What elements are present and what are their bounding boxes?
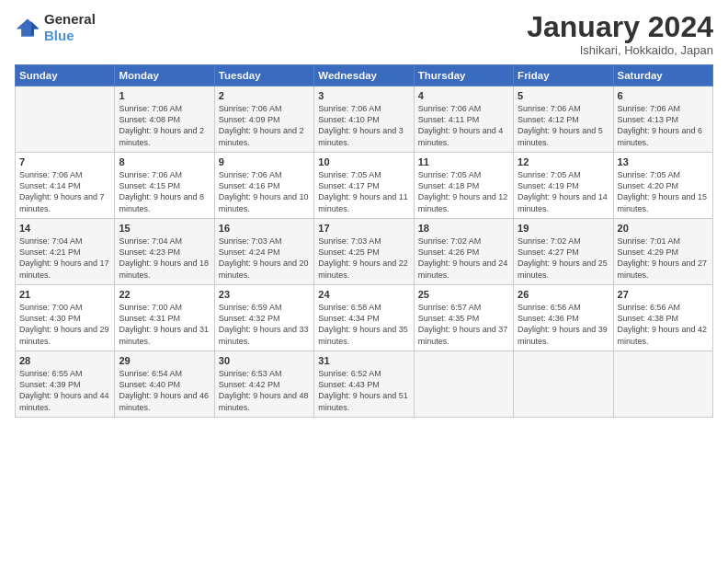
day-info: Sunrise: 7:04 AMSunset: 4:21 PMDaylight:…	[19, 236, 110, 281]
week-row-5: 28 Sunrise: 6:55 AMSunset: 4:39 PMDaylig…	[16, 351, 713, 418]
calendar-cell-w3-d2: 15 Sunrise: 7:04 AMSunset: 4:23 PMDaylig…	[115, 219, 214, 285]
logo-text: General Blue	[44, 11, 96, 44]
day-info: Sunrise: 6:56 AMSunset: 4:38 PMDaylight:…	[618, 302, 709, 347]
calendar-cell-w5-d3: 30 Sunrise: 6:53 AMSunset: 4:42 PMDaylig…	[214, 351, 313, 418]
day-info: Sunrise: 7:00 AMSunset: 4:30 PMDaylight:…	[19, 302, 110, 347]
day-info: Sunrise: 7:06 AMSunset: 4:13 PMDaylight:…	[618, 103, 709, 148]
svg-marker-1	[31, 21, 39, 35]
day-info: Sunrise: 7:06 AMSunset: 4:10 PMDaylight:…	[318, 103, 409, 148]
day-number: 10	[318, 156, 409, 167]
calendar-cell-w2-d2: 8 Sunrise: 7:06 AMSunset: 4:15 PMDayligh…	[115, 153, 214, 219]
day-info: Sunrise: 7:02 AMSunset: 4:26 PMDaylight:…	[418, 236, 509, 281]
day-number: 16	[219, 223, 310, 234]
page-container: General Blue January 2024 Ishikari, Hokk…	[0, 0, 728, 427]
day-info: Sunrise: 7:06 AMSunset: 4:15 PMDaylight:…	[119, 169, 210, 214]
calendar-header-row: Sunday Monday Tuesday Wednesday Thursday…	[16, 65, 713, 86]
day-number: 11	[418, 156, 509, 167]
day-info: Sunrise: 6:56 AMSunset: 4:36 PMDaylight:…	[518, 302, 609, 347]
calendar-cell-w2-d1: 7 Sunrise: 7:06 AMSunset: 4:14 PMDayligh…	[16, 153, 115, 219]
day-info: Sunrise: 6:59 AMSunset: 4:32 PMDaylight:…	[219, 302, 310, 347]
calendar-cell-w4-d6: 26 Sunrise: 6:56 AMSunset: 4:36 PMDaylig…	[514, 285, 613, 351]
calendar-cell-w5-d5	[414, 351, 513, 418]
calendar-cell-w4-d7: 27 Sunrise: 6:56 AMSunset: 4:38 PMDaylig…	[613, 285, 712, 351]
day-number: 9	[219, 156, 310, 167]
day-number: 18	[418, 223, 509, 234]
day-number: 6	[618, 90, 709, 101]
header-thursday: Thursday	[414, 65, 513, 86]
calendar-cell-w5-d7	[613, 351, 712, 418]
day-info: Sunrise: 7:03 AMSunset: 4:24 PMDaylight:…	[219, 236, 310, 281]
calendar-cell-w1-d5: 4 Sunrise: 7:06 AMSunset: 4:11 PMDayligh…	[414, 86, 513, 153]
day-info: Sunrise: 6:58 AMSunset: 4:34 PMDaylight:…	[318, 302, 409, 347]
header-sunday: Sunday	[16, 65, 115, 86]
day-number: 23	[219, 289, 310, 300]
calendar-cell-w4-d5: 25 Sunrise: 6:57 AMSunset: 4:35 PMDaylig…	[414, 285, 513, 351]
day-info: Sunrise: 7:05 AMSunset: 4:18 PMDaylight:…	[418, 169, 509, 214]
calendar-cell-w5-d1: 28 Sunrise: 6:55 AMSunset: 4:39 PMDaylig…	[16, 351, 115, 418]
day-number: 15	[119, 223, 210, 234]
location-subtitle: Ishikari, Hokkaido, Japan	[527, 43, 713, 57]
calendar-cell-w4-d3: 23 Sunrise: 6:59 AMSunset: 4:32 PMDaylig…	[214, 285, 313, 351]
calendar-cell-w2-d6: 12 Sunrise: 7:05 AMSunset: 4:19 PMDaylig…	[514, 153, 613, 219]
day-info: Sunrise: 6:53 AMSunset: 4:42 PMDaylight:…	[219, 368, 310, 413]
logo-blue: Blue	[44, 28, 74, 43]
calendar-cell-w5-d6	[514, 351, 613, 418]
calendar-cell-w5-d4: 31 Sunrise: 6:52 AMSunset: 4:43 PMDaylig…	[314, 351, 414, 418]
day-info: Sunrise: 6:54 AMSunset: 4:40 PMDaylight:…	[119, 368, 210, 413]
day-number: 1	[119, 90, 210, 101]
day-info: Sunrise: 7:05 AMSunset: 4:19 PMDaylight:…	[518, 169, 609, 214]
calendar-table: Sunday Monday Tuesday Wednesday Thursday…	[15, 64, 713, 418]
day-info: Sunrise: 7:04 AMSunset: 4:23 PMDaylight:…	[119, 236, 210, 281]
calendar-cell-w3-d6: 19 Sunrise: 7:02 AMSunset: 4:27 PMDaylig…	[514, 219, 613, 285]
calendar-cell-w1-d4: 3 Sunrise: 7:06 AMSunset: 4:10 PMDayligh…	[314, 86, 414, 153]
header-wednesday: Wednesday	[314, 65, 414, 86]
week-row-3: 14 Sunrise: 7:04 AMSunset: 4:21 PMDaylig…	[16, 219, 713, 285]
week-row-4: 21 Sunrise: 7:00 AMSunset: 4:30 PMDaylig…	[16, 285, 713, 351]
day-info: Sunrise: 6:52 AMSunset: 4:43 PMDaylight:…	[318, 368, 409, 413]
calendar-cell-w1-d6: 5 Sunrise: 7:06 AMSunset: 4:12 PMDayligh…	[514, 86, 613, 153]
week-row-2: 7 Sunrise: 7:06 AMSunset: 4:14 PMDayligh…	[16, 153, 713, 219]
month-title: January 2024	[527, 11, 713, 43]
day-info: Sunrise: 7:03 AMSunset: 4:25 PMDaylight:…	[318, 236, 409, 281]
calendar-cell-w3-d4: 17 Sunrise: 7:03 AMSunset: 4:25 PMDaylig…	[314, 219, 414, 285]
day-info: Sunrise: 7:06 AMSunset: 4:14 PMDaylight:…	[19, 169, 110, 214]
day-number: 22	[119, 289, 210, 300]
day-number: 27	[618, 289, 709, 300]
day-number: 28	[19, 355, 110, 366]
day-info: Sunrise: 7:06 AMSunset: 4:09 PMDaylight:…	[219, 103, 310, 148]
calendar-cell-w3-d7: 20 Sunrise: 7:01 AMSunset: 4:29 PMDaylig…	[613, 219, 712, 285]
day-info: Sunrise: 7:05 AMSunset: 4:20 PMDaylight:…	[618, 169, 709, 214]
day-number: 26	[518, 289, 609, 300]
day-info: Sunrise: 7:02 AMSunset: 4:27 PMDaylight:…	[518, 236, 609, 281]
calendar-cell-w1-d1	[16, 86, 115, 153]
header-row: General Blue January 2024 Ishikari, Hokk…	[15, 11, 713, 57]
day-number: 12	[518, 156, 609, 167]
calendar-cell-w5-d2: 29 Sunrise: 6:54 AMSunset: 4:40 PMDaylig…	[115, 351, 214, 418]
day-number: 13	[618, 156, 709, 167]
day-number: 5	[518, 90, 609, 101]
day-info: Sunrise: 6:57 AMSunset: 4:35 PMDaylight:…	[418, 302, 509, 347]
day-number: 7	[19, 156, 110, 167]
title-area: January 2024 Ishikari, Hokkaido, Japan	[527, 11, 713, 57]
day-info: Sunrise: 7:06 AMSunset: 4:12 PMDaylight:…	[518, 103, 609, 148]
calendar-cell-w3-d5: 18 Sunrise: 7:02 AMSunset: 4:26 PMDaylig…	[414, 219, 513, 285]
day-number: 21	[19, 289, 110, 300]
day-info: Sunrise: 7:06 AMSunset: 4:16 PMDaylight:…	[219, 169, 310, 214]
day-number: 4	[418, 90, 509, 101]
calendar-cell-w2-d4: 10 Sunrise: 7:05 AMSunset: 4:17 PMDaylig…	[314, 153, 414, 219]
calendar-cell-w3-d1: 14 Sunrise: 7:04 AMSunset: 4:21 PMDaylig…	[16, 219, 115, 285]
logo-icon	[15, 17, 40, 38]
calendar-cell-w3-d3: 16 Sunrise: 7:03 AMSunset: 4:24 PMDaylig…	[214, 219, 313, 285]
day-number: 31	[318, 355, 409, 366]
calendar-cell-w4-d4: 24 Sunrise: 6:58 AMSunset: 4:34 PMDaylig…	[314, 285, 414, 351]
day-info: Sunrise: 7:05 AMSunset: 4:17 PMDaylight:…	[318, 169, 409, 214]
day-number: 14	[19, 223, 110, 234]
calendar-cell-w1-d3: 2 Sunrise: 7:06 AMSunset: 4:09 PMDayligh…	[214, 86, 313, 153]
day-number: 30	[219, 355, 310, 366]
calendar-cell-w4-d1: 21 Sunrise: 7:00 AMSunset: 4:30 PMDaylig…	[16, 285, 115, 351]
day-number: 19	[518, 223, 609, 234]
calendar-cell-w2-d5: 11 Sunrise: 7:05 AMSunset: 4:18 PMDaylig…	[414, 153, 513, 219]
header-friday: Friday	[514, 65, 613, 86]
calendar-cell-w2-d7: 13 Sunrise: 7:05 AMSunset: 4:20 PMDaylig…	[613, 153, 712, 219]
day-number: 24	[318, 289, 409, 300]
